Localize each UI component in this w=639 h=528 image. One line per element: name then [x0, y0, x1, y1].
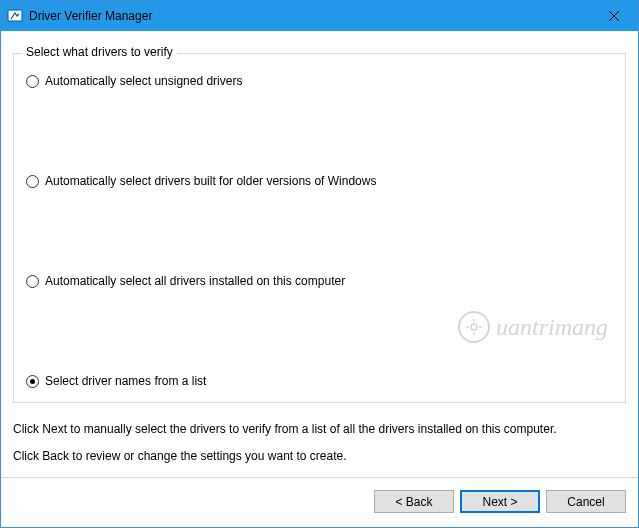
content-area: Select what drivers to verify Automatica…	[1, 31, 638, 477]
radio-label: Automatically select drivers built for o…	[45, 174, 376, 188]
radio-icon	[26, 175, 39, 188]
radio-icon	[26, 375, 39, 388]
close-button[interactable]	[591, 2, 636, 31]
radio-label: Automatically select unsigned drivers	[45, 74, 242, 88]
radio-older-windows-drivers[interactable]: Automatically select drivers built for o…	[26, 174, 613, 188]
driver-select-group: Select what drivers to verify Automatica…	[13, 53, 626, 403]
button-bar: < Back Next > Cancel	[1, 477, 638, 525]
radio-all-installed-drivers[interactable]: Automatically select all drivers install…	[26, 274, 613, 288]
svg-rect-0	[8, 10, 22, 21]
cancel-button[interactable]: Cancel	[546, 490, 626, 513]
radio-label: Automatically select all drivers install…	[45, 274, 345, 288]
back-button[interactable]: < Back	[374, 490, 454, 513]
app-icon	[7, 8, 23, 24]
radio-icon	[26, 275, 39, 288]
radio-label: Select driver names from a list	[45, 374, 206, 388]
group-legend: Select what drivers to verify	[22, 45, 177, 59]
help-text: Click Next to manually select the driver…	[13, 421, 626, 465]
next-button[interactable]: Next >	[460, 490, 540, 513]
radio-select-from-list[interactable]: Select driver names from a list	[26, 374, 613, 388]
window-title: Driver Verifier Manager	[29, 9, 591, 23]
radio-icon	[26, 75, 39, 88]
help-line-2: Click Back to review or change the setti…	[13, 448, 626, 465]
titlebar: Driver Verifier Manager	[1, 1, 638, 31]
close-icon	[609, 11, 619, 21]
radio-unsigned-drivers[interactable]: Automatically select unsigned drivers	[26, 74, 613, 88]
help-line-1: Click Next to manually select the driver…	[13, 421, 626, 438]
